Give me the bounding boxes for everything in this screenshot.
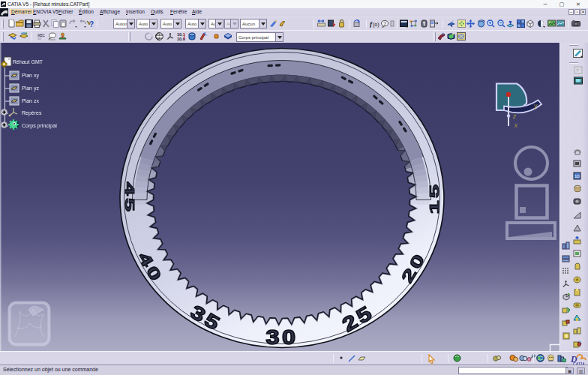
svg-text:30: 30 xyxy=(266,326,298,348)
svg-text:15: 15 xyxy=(426,182,441,214)
svg-text:10: 10 xyxy=(574,174,580,178)
svg-text:x: x xyxy=(514,122,518,129)
svg-text:?: ? xyxy=(383,21,386,26)
svg-text:?: ? xyxy=(89,20,94,28)
svg-text:ABC: ABC xyxy=(38,33,45,38)
svg-text:y: y xyxy=(533,102,538,110)
svg-text:z: z xyxy=(512,112,517,120)
svg-text:45: 45 xyxy=(122,182,137,214)
svg-text:(o): (o) xyxy=(373,22,380,28)
